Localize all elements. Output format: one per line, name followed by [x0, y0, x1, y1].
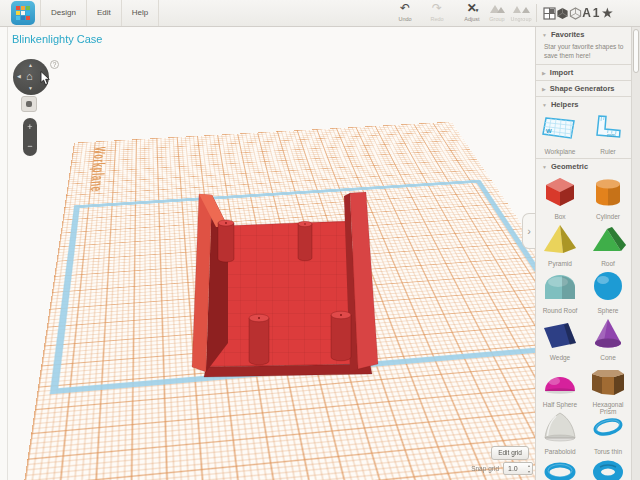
model-post-front-left — [249, 314, 269, 365]
snap-grid-select[interactable]: 1.0 ▴ ▾ — [503, 462, 533, 475]
mouse-cursor — [40, 71, 51, 86]
shape-pyramid[interactable]: Pyramid — [536, 221, 584, 268]
svg-text:W: W — [546, 128, 552, 134]
menu-design[interactable]: Design — [40, 0, 86, 26]
toolbar-separator — [536, 4, 537, 22]
box-shape-icon — [540, 176, 580, 208]
redo-icon: ↷ — [421, 2, 453, 15]
zoom-controls: + − — [23, 118, 37, 156]
model-post-back-left — [218, 220, 234, 262]
svg-text:mm: mm — [607, 132, 615, 138]
hexagonal-prism-shape-icon — [588, 364, 628, 396]
shape-torus-thin[interactable]: Torus thin — [584, 409, 632, 456]
section-collapsed-icon: ▶ — [542, 86, 546, 92]
section-import[interactable]: ▶ Import — [536, 65, 632, 80]
wedge-shape-icon — [540, 317, 580, 349]
shape-round-roof[interactable]: Round Roof — [536, 268, 584, 315]
workplane-category-icon[interactable] — [542, 5, 556, 21]
ruler-helper-icon: mm — [591, 114, 625, 142]
shape-box[interactable]: Box — [536, 174, 584, 221]
stepper-down-icon: ▾ — [528, 469, 530, 475]
numbers-category-icon[interactable]: 1 — [591, 5, 601, 21]
menu-edit[interactable]: Edit — [86, 0, 121, 26]
shape-sphere[interactable]: Sphere — [584, 268, 632, 315]
torus-shape-icon — [540, 458, 580, 480]
cylinder-shape-icon — [588, 176, 628, 208]
shape-cylinder[interactable]: Cylinder — [584, 174, 632, 221]
nav-help-badge[interactable]: ? — [50, 60, 59, 69]
workplane-text-label: Workplane — [87, 146, 110, 192]
red-case-model[interactable] — [190, 187, 385, 382]
roof-shape-icon — [588, 223, 628, 255]
shape-paraboloid[interactable]: Paraboloid — [536, 409, 584, 456]
fit-view-icon — [26, 101, 32, 107]
undo-button[interactable]: ↶ Undo — [389, 2, 421, 22]
workplane-helper-icon: W — [542, 114, 578, 142]
main-menu: Design Edit Help — [40, 0, 159, 26]
torus-thin-shape-icon — [588, 411, 628, 443]
sidebar-scrollbar[interactable] — [631, 27, 640, 480]
round-roof-shape-icon — [540, 270, 580, 302]
edit-grid-button[interactable]: Edit grid — [491, 446, 529, 460]
snap-grid-stepper[interactable]: ▴ ▾ — [528, 463, 530, 475]
cone-shape-icon — [588, 317, 628, 349]
helper-workplane[interactable]: W Workplane — [536, 114, 584, 155]
shape-wedge[interactable]: Wedge — [536, 315, 584, 362]
ungroup-button[interactable]: Ungroup — [505, 2, 537, 22]
home-view-icon[interactable]: ⌂ — [26, 71, 33, 82]
redo-button[interactable]: ↷ Redo — [421, 2, 453, 22]
fit-view-button[interactable] — [21, 96, 37, 112]
sphere-shape-icon — [588, 270, 628, 302]
tinkercad-logo-icon[interactable] — [11, 1, 35, 25]
paraboloid-shape-icon — [540, 411, 580, 443]
tinkercad-app: Design Edit Help ↶ Undo ↷ Redo ✕▾ Adjust… — [0, 0, 640, 480]
shape-cone[interactable]: Cone — [584, 315, 632, 362]
scrollbar-thumb[interactable] — [633, 29, 639, 73]
menu-help[interactable]: Help — [121, 0, 159, 26]
zoom-in-button[interactable]: + — [23, 118, 37, 137]
torus-thick-shape-icon — [588, 458, 628, 480]
snap-grid-value: 1.0 — [508, 465, 518, 472]
section-expanded-icon: ▼ — [542, 164, 547, 170]
favorites-description: Star your favorite shapes to save them h… — [536, 42, 632, 64]
sidebar-collapse-tab[interactable]: › — [522, 213, 535, 249]
zoom-out-button[interactable]: − — [23, 137, 37, 156]
helper-ruler[interactable]: mm Ruler — [584, 114, 632, 155]
snap-grid-label: Snap grid — [471, 465, 499, 472]
orbit-left-icon[interactable]: ◀ — [17, 74, 21, 79]
undo-icon: ↶ — [389, 2, 421, 15]
shape-hexagonal-prism[interactable]: Hexagonal Prism — [584, 362, 632, 409]
ungroup-icon — [505, 2, 537, 15]
canvas-edge-line — [7, 27, 8, 480]
shape-roof[interactable]: Roof — [584, 221, 632, 268]
shape-torus-thick[interactable] — [584, 456, 632, 480]
pyramid-shape-icon — [540, 223, 580, 255]
section-collapsed-icon: ▶ — [542, 70, 546, 76]
solid-shapes-icon[interactable] — [556, 5, 569, 21]
viewport-canvas[interactable]: Workplane — [0, 27, 535, 480]
section-expanded-icon: ▼ — [542, 102, 547, 108]
design-title: Blinkenlighty Case — [12, 33, 103, 45]
model-post-back-center — [298, 221, 312, 260]
shape-half-sphere[interactable]: Half Sphere — [536, 362, 584, 409]
orbit-up-icon[interactable]: ▲ — [28, 63, 33, 68]
menu-bar: Design Edit Help ↶ Undo ↷ Redo ✕▾ Adjust… — [0, 0, 640, 27]
section-shape-generators[interactable]: ▶ Shape Generators — [536, 81, 632, 96]
shapes-sidebar: ▼ Favorites Star your favorite shapes to… — [535, 27, 640, 480]
section-expanded-icon: ▼ — [542, 32, 547, 38]
shape-torus[interactable] — [536, 456, 584, 480]
section-helpers[interactable]: ▼ Helpers — [536, 97, 632, 112]
half-sphere-shape-icon — [540, 364, 580, 396]
section-geometric[interactable]: ▼ Geometric — [536, 159, 632, 174]
model-post-front-right — [331, 311, 351, 361]
orbit-down-icon[interactable]: ▼ — [28, 86, 33, 91]
favorites-star-icon[interactable]: ★ — [601, 5, 614, 21]
section-favorites[interactable]: ▼ Favorites — [536, 27, 632, 42]
